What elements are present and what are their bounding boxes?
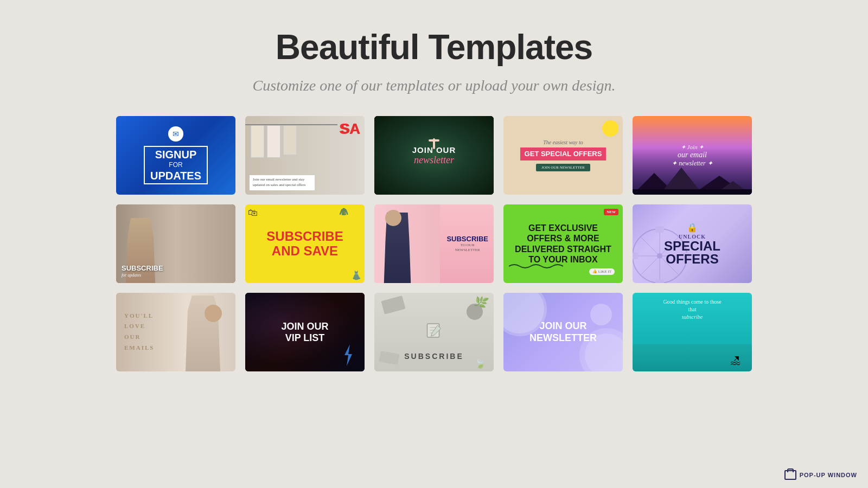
logo-text: POP-UP WINDOW [800, 472, 857, 478]
template-card-13[interactable]: 🌿 🍃 SUBSCRIBE [374, 293, 494, 371]
shopping-icon-1: 🛍 [248, 207, 258, 219]
card6-text: SUBSCRIBE [122, 264, 163, 272]
logo-area: POP-UP WINDOW [784, 470, 857, 480]
shopping-icon-2: 👗 [351, 270, 362, 280]
svg-rect-4 [633, 189, 752, 195]
card10-special-text: SPECIALOFFERS [664, 240, 720, 266]
card9-text: GET EXCLUSIVEOFFERS & MOREDELIVERED STRA… [510, 219, 616, 269]
email-icon: ✉ [168, 126, 183, 142]
template-card-3[interactable]: JOIN OUR newsletter [374, 116, 494, 195]
template-card-6[interactable]: SUBSCRIBE for updates [116, 204, 235, 283]
template-card-5[interactable]: ✦ Join ✦ our email ✦ newsletter ✦ [633, 116, 752, 195]
page-wrapper: Beautiful Templates Customize one of our… [0, 0, 868, 488]
template-card-1[interactable]: ✉ SIGNUPFORUPDATES [116, 116, 235, 195]
card14-text: JOIN OURNEWSLETTER [529, 320, 597, 344]
template-card-10[interactable]: 🔒 UNLOCK SPECIALOFFERS [633, 204, 752, 283]
template-card-8[interactable]: SUBSCRIBE TO OURNEWSLETTER [374, 204, 494, 283]
template-card-14[interactable]: JOIN OURNEWSLETTER [503, 293, 623, 371]
card3-text: JOIN OUR newsletter [412, 145, 456, 166]
beach-icon: 🏖 [730, 355, 741, 367]
card5-text: ✦ Join ✦ our email ✦ newsletter ✦ [672, 144, 712, 168]
svg-rect-13 [633, 253, 639, 259]
leaf-icon-2: 🍃 [474, 357, 487, 369]
card8-text: SUBSCRIBE TO OURNEWSLETTER [446, 235, 488, 253]
card9-like-badge: 👍 LIKE IT [589, 268, 615, 275]
card11-text: YOU'LLLOVEOUREMAILS [124, 311, 154, 354]
svg-rect-12 [655, 279, 664, 283]
svg-marker-15 [344, 344, 352, 366]
page-title: Beautiful Templates [276, 27, 592, 67]
card7-text: SUBSCRIBEAND SAVE [266, 229, 343, 258]
card9-new-badge: NEW [604, 209, 618, 215]
template-card-9[interactable]: NEW GET EXCLUSIVEOFFERS & MOREDELIVERED … [503, 204, 623, 283]
card12-text: JOIN OURVIP LIST [281, 321, 328, 344]
shopping-icon-3: 🧥 [339, 207, 348, 216]
card15-text: Good things come to those that subscribe [660, 298, 725, 321]
template-card-11[interactable]: YOU'LLLOVEOUREMAILS [116, 293, 235, 371]
page-subtitle: Customize one of our templates or upload… [253, 77, 616, 94]
card1-text: SIGNUPFORUPDATES [144, 146, 208, 184]
template-card-7[interactable]: 🛍 👗 🧥 SUBSCRIBEAND SAVE [245, 204, 365, 283]
template-grid: ✉ SIGNUPFORUPDATES SA Join our email new… [105, 116, 763, 371]
card13-text: SUBSCRIBE [404, 352, 463, 361]
template-card-12[interactable]: JOIN OURVIP LIST [245, 293, 365, 371]
template-card-4[interactable]: The easiest way to GET SPECIAL OFFERS JO… [503, 116, 623, 195]
template-card-15[interactable]: 🏖 Good things come to those that subscri… [633, 293, 752, 371]
card6-subtext: for updates [122, 273, 141, 278]
card2-bg: SA Join our email newsletter and stay up… [245, 116, 365, 195]
svg-rect-11 [655, 226, 664, 233]
popup-window-icon [784, 470, 796, 480]
template-card-2[interactable]: SA Join our email newsletter and stay up… [245, 116, 365, 195]
